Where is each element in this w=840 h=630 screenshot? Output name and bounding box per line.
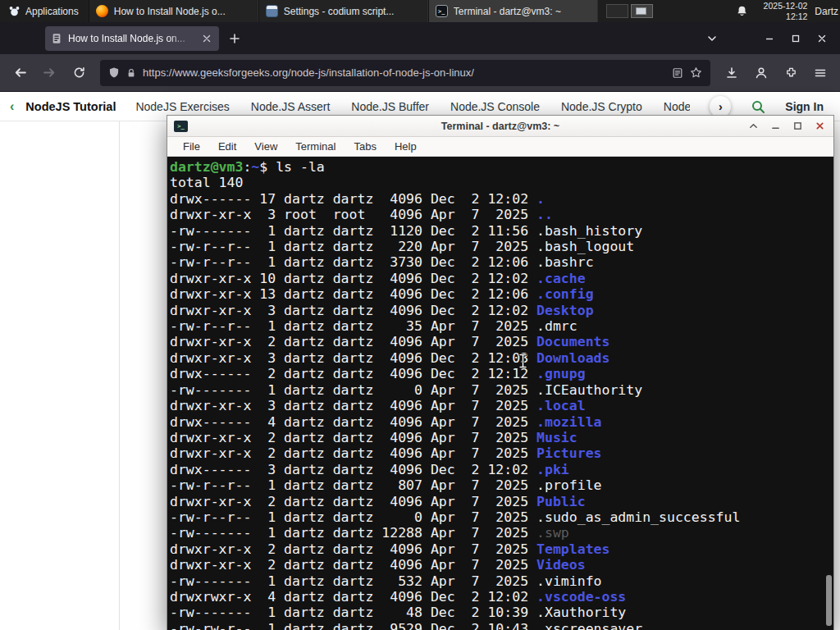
terminal-line: drwxr-xr-x 2 dartz dartz 4096 Apr 7 2025… [170, 445, 833, 461]
site-nav-links: NodeJS ExercisesNode.JS AssertNode.JS Bu… [135, 100, 690, 113]
minimize-icon [765, 34, 774, 43]
clock-date: 2025-12-02 [764, 1, 808, 11]
page-favicon-icon [51, 33, 62, 44]
site-nav-link[interactable]: Node.JS Console [450, 100, 540, 113]
puzzle-icon [785, 66, 797, 79]
terminal-screen[interactable]: dartz@vm3:~$ ls -latotal 140drwx------ 1… [167, 157, 833, 630]
chevron-down-icon [706, 33, 718, 44]
terminal-close-button[interactable] [812, 119, 827, 134]
reload-icon [73, 66, 85, 79]
terminal-scrollbar-thumb[interactable] [826, 575, 832, 626]
terminal-line: drwxr-xr-x 3 dartz dartz 4096 Dec 2 12:0… [170, 350, 833, 366]
back-arrow-icon [13, 66, 27, 80]
terminal-minimize-button[interactable] [768, 119, 783, 134]
site-nav-link[interactable]: Node.JS Assert [251, 100, 331, 113]
nav-scroll-right-button[interactable]: › [710, 96, 731, 117]
xfce-logo-icon [8, 5, 21, 17]
terminal-line: drwx------ 4 dartz dartz 4096 Apr 7 2025… [170, 414, 833, 430]
mouse-cursor [518, 354, 527, 368]
site-nav-link[interactable]: Node.JS Buffer [351, 100, 429, 113]
tab-close-icon[interactable] [200, 32, 213, 45]
terminal-line: drwxr-xr-x 3 dartz dartz 4096 Apr 7 2025… [170, 398, 833, 413]
terminal-line: -rw------- 1 dartz dartz 532 Apr 7 2025 … [170, 573, 833, 589]
terminal-menubar: FileEditViewTerminalTabsHelp [167, 137, 833, 157]
new-tab-button[interactable] [222, 26, 247, 51]
terminal-menu-terminal[interactable]: Terminal [286, 137, 345, 157]
site-nav-link[interactable]: NodeJS Exercises [135, 100, 229, 113]
terminal-line: -rw-r--r-- 1 dartz dartz 35 Apr 7 2025 .… [170, 318, 833, 334]
terminal-titlebar[interactable]: >_ Terminal - dartz@vm3: ~ [167, 116, 833, 137]
sign-in-button[interactable]: Sign In [785, 100, 824, 113]
close-icon [817, 34, 827, 43]
terminal-menu-edit[interactable]: Edit [209, 137, 245, 157]
downloads-button[interactable] [719, 60, 745, 86]
panel-user-label[interactable]: Dartz [815, 6, 838, 17]
tab-list-button[interactable] [699, 22, 725, 54]
terminal-maximize-button[interactable] [790, 119, 805, 134]
terminal-menu-file[interactable]: File [174, 137, 209, 157]
site-nav-current[interactable]: NodeJS Tutorial [25, 100, 116, 113]
taskbar-button-settings[interactable]: Settings - codium script... [258, 0, 428, 22]
url-bar[interactable]: https://www.geeksforgeeks.org/node-js/in… [100, 60, 710, 86]
minimize-icon [771, 121, 780, 130]
chevron-up-icon [749, 121, 758, 130]
site-nav-link[interactable]: Node.JS Crypto [561, 100, 642, 113]
terminal-shade-button[interactable] [746, 119, 760, 134]
terminal-line: total 140 [170, 175, 833, 190]
reader-mode-icon[interactable] [672, 67, 683, 79]
terminal-line: drwxr-xr-x 2 dartz dartz 4096 Apr 7 2025… [170, 334, 833, 349]
terminal-line: -rw------- 1 dartz dartz 12288 Apr 7 202… [170, 525, 833, 541]
bell-icon [736, 5, 748, 17]
tracking-shield-icon[interactable] [108, 66, 120, 79]
person-icon [755, 66, 768, 80]
terminal-line: drwxr-xr-x 2 dartz dartz 4096 Apr 7 2025… [170, 541, 833, 557]
firefox-icon [96, 5, 108, 17]
window-minimize-button[interactable] [756, 22, 783, 54]
tab-bar: How to Install Node.js on... [0, 22, 840, 54]
panel-clock[interactable]: 2025-12-02 12:12 [764, 1, 808, 21]
taskbar-button-terminal[interactable]: >_Terminal - dartz@vm3: ~ [428, 0, 598, 22]
terminal-line: drwx------ 17 dartz dartz 4096 Dec 2 12:… [170, 191, 833, 207]
back-button[interactable] [7, 60, 33, 86]
taskbar-button-label: Settings - codium script... [284, 6, 395, 17]
terminal-line: -rw------- 1 dartz dartz 48 Dec 2 10:39 … [170, 605, 833, 620]
settings-icon [266, 5, 278, 17]
terminal-line: -rw------- 1 dartz dartz 1120 Dec 2 11:5… [170, 223, 833, 239]
terminal-menu-view[interactable]: View [245, 137, 286, 157]
search-button[interactable] [751, 99, 765, 114]
terminal-line: -rw-r--r-- 1 dartz dartz 807 Apr 7 2025 … [170, 477, 833, 493]
applications-menu-button[interactable]: Applications [0, 0, 87, 22]
url-text[interactable]: https://www.geeksforgeeks.org/node-js/in… [143, 66, 474, 79]
terminal-line: drwxr-xr-x 2 dartz dartz 4096 Apr 7 2025… [170, 430, 833, 445]
terminal-line: drwx------ 3 dartz dartz 4096 Dec 2 12:0… [170, 462, 833, 477]
window-maximize-button[interactable] [783, 22, 809, 54]
terminal-menu-help[interactable]: Help [386, 137, 426, 157]
menu-button[interactable] [807, 60, 833, 86]
terminal-line: drwxrwxr-x 4 dartz dartz 4096 Dec 2 12:0… [170, 589, 833, 605]
notification-bell-button[interactable] [736, 5, 748, 17]
workspace-1[interactable] [606, 4, 628, 18]
forward-arrow-icon [43, 66, 57, 80]
account-button[interactable] [748, 60, 774, 86]
terminal-app-icon: >_ [174, 121, 188, 132]
lock-icon[interactable] [126, 67, 136, 79]
window-close-button[interactable] [809, 22, 835, 54]
bookmark-star-icon[interactable] [690, 66, 702, 79]
forward-button[interactable] [36, 60, 62, 86]
extensions-button[interactable] [778, 60, 804, 86]
applications-label: Applications [25, 6, 79, 17]
download-arrow-icon [725, 66, 738, 80]
site-nav-link[interactable]: Node.JS DNS [664, 100, 691, 113]
workspace-2[interactable] [631, 4, 653, 18]
maximize-icon [793, 121, 802, 130]
terminal-window-controls [746, 119, 827, 134]
taskbar-button-label: How to Install Node.js o... [114, 6, 226, 17]
reload-button[interactable] [66, 60, 92, 86]
nav-scroll-left-icon[interactable]: ‹ [10, 99, 14, 114]
desktop-screen: Applications How to Install Node.js o...… [0, 0, 840, 630]
taskbar-button-firefox[interactable]: How to Install Node.js o... [89, 0, 258, 22]
browser-tab[interactable]: How to Install Node.js on... [45, 26, 219, 51]
terminal-line: dartz@vm3:~$ ls -la [170, 159, 833, 175]
terminal-menu-tabs[interactable]: Tabs [345, 137, 385, 157]
taskbar-button-label: Terminal - dartz@vm3: ~ [454, 6, 561, 17]
